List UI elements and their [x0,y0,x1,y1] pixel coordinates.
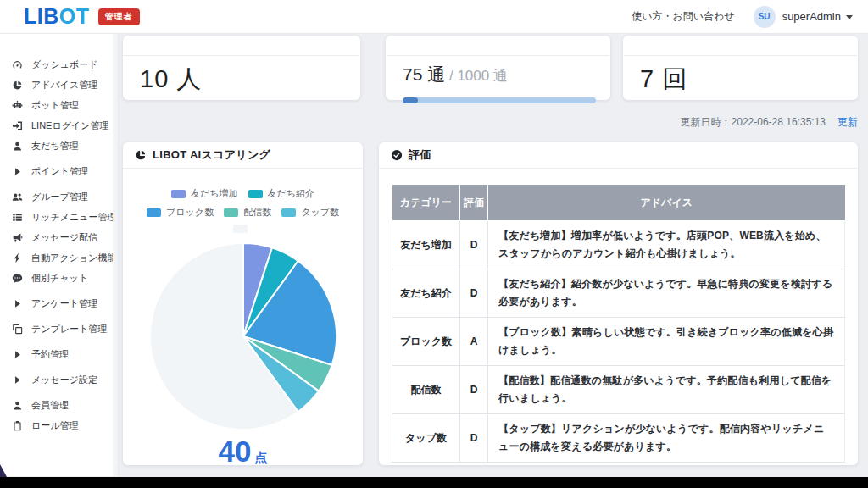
friends-stat-card: 10 人 [123,36,360,100]
messages-progress-bar [403,97,596,103]
cell-grade: D [460,221,488,269]
cell-category: 友だち紹介 [392,269,460,318]
sidebar-item-label: ボット管理 [31,99,79,112]
comment-icon [11,272,24,285]
logo-text-primary: LIB [24,4,59,28]
legend-item-5[interactable] [233,225,253,233]
sidebar-item-label: 予約管理 [31,348,69,361]
bottom-left-artifact [0,464,7,477]
messages-used: 75 通 [403,64,445,84]
sidebar-item-3[interactable]: LINEログイン管理 [0,115,118,136]
main-content: 10 人 75 通 / 1000 通 7 回 更新日時：2022-06-28 1… [119,34,868,476]
cell-advice: 【友だち増加】増加率が低いようです。店頭POP、WEB流入を始め、スタッフからの… [488,221,845,269]
sidebar-item-12[interactable]: テンプレート管理 [0,319,118,339]
user-icon [11,140,24,152]
help-contact-link[interactable]: 使い方・お問い合わせ [632,9,734,24]
sidebar-item-label: ロール管理 [31,419,79,432]
sidebar-item-8[interactable]: メッセージ配信 [0,227,118,247]
cell-advice: 【ブロック数】素晴らしい状態です。引き続きブロック率の低減を心掛けましょう。 [488,318,845,366]
sidebar-item-13[interactable]: 予約管理 [0,344,118,364]
card-header-cutoff [624,36,857,56]
legend-label: 友だち紹介 [268,187,315,200]
libot-logo[interactable]: LIBOT [24,4,90,29]
legend-swatch [171,190,186,198]
chevron-down-icon[interactable] [846,15,853,19]
sidebar-item-label: 自動アクション機能 [31,252,116,264]
cell-advice: 【タップ数】リアクションが少ないようです。配信内容やリッチメニューの構成を変える… [488,414,845,463]
cell-grade: D [460,366,488,414]
sidebar-item-10[interactable]: 個別チャット [0,268,118,288]
legend-item-4[interactable]: タップ数 [281,206,339,219]
table-row-3: 配信数D【配信数】配信通数の無駄が多いようです。予約配信も利用して配信を行いまし… [392,366,845,414]
admin-badge: 管理者 [98,8,140,25]
cell-category: ブロック数 [392,318,460,366]
user-avatar[interactable]: SU [754,6,776,28]
cell-category: タップ数 [392,414,460,463]
card-header-cutoff [124,36,359,56]
sidebar-item-7[interactable]: リッチメニュー管理 [0,207,118,227]
friends-count: 10 人 [140,65,202,92]
gauge-icon [11,58,24,71]
messages-total: / 1000 通 [445,68,508,84]
messages-stat-card: 75 通 / 1000 通 [386,36,610,100]
logo-text-secondary: OT [59,4,90,28]
scoring-card-title: LIBOT AIスコアリング [153,147,270,163]
chart-pie-icon [135,149,147,161]
chart-pie-icon [11,79,24,92]
list-icon [11,211,24,224]
count-value: 7 回 [640,65,687,92]
table-row-1: 友だち紹介D【友だち紹介】紹介数が少ないようです。早急に特典の変更を検討する必要… [392,269,845,318]
sidebar-item-5[interactable]: ポイント管理 [0,161,118,181]
legend-swatch [233,225,248,233]
sidebar-item-14[interactable]: メッセージ設定 [0,369,118,390]
last-updated-timestamp: 更新日時：2022-06-28 16:35:13 [681,115,826,130]
sign-in-icon [11,119,24,132]
messages-progress-fill [403,97,418,103]
sidebar-item-4[interactable]: 友だち管理 [0,136,118,156]
sidebar-item-9[interactable]: 自動アクション機能 [0,247,118,268]
username: superAdmin [782,10,841,23]
sidebar-item-label: 個別チャット [31,272,88,285]
sidebar-item-2[interactable]: ボット管理 [0,95,118,115]
sidebar-item-16[interactable]: ロール管理 [0,415,118,435]
cell-grade: D [460,414,488,463]
sidebar-item-label: テンプレート管理 [31,323,107,336]
sidebar-item-label: リッチメニュー管理 [31,211,117,224]
sidebar-item-label: ダッシュボード [31,58,98,71]
bottom-bar [0,477,868,488]
sidebar-scrollbar[interactable] [113,34,118,476]
sidebar-item-label: 友だち管理 [31,140,79,152]
legend-swatch [281,208,296,217]
app-header: LIBOT 管理者 使い方・お問い合わせ SU superAdmin [0,0,868,34]
cell-category: 配信数 [392,366,460,414]
sidebar-item-15[interactable]: 会員管理 [0,395,118,415]
col-header-category: カテゴリー [392,185,460,221]
bullhorn-icon [11,231,24,244]
sidebar-item-label: アドバイス管理 [31,79,97,92]
sidebar-item-1[interactable]: アドバイス管理 [0,75,118,95]
score-value: 40 [219,435,252,469]
legend-item-3[interactable]: 配信数 [224,206,271,219]
legend-item-0[interactable]: 友だち増加 [171,187,238,200]
users-icon [11,191,24,203]
evaluation-table: カテゴリー 評価 アドバイス 友だち増加D【友だち増加】増加率が低いようです。店… [392,184,845,463]
sidebar-nav: ダッシュボードアドバイス管理ボット管理LINEログイン管理友だち管理ポイント管理… [0,34,119,476]
sidebar-item-6[interactable]: グループ管理 [0,186,118,207]
legend-swatch [147,208,161,217]
legend-item-2[interactable]: ブロック数 [147,206,214,219]
cell-advice: 【配信数】配信通数の無駄が多いようです。予約配信も利用して配信を行いましょう。 [488,366,845,414]
legend-swatch [248,190,263,198]
cell-advice: 【友だち紹介】紹介数が少ないようです。早急に特典の変更を検討する必要があります。 [488,269,845,318]
legend-item-1[interactable]: 友だち紹介 [248,187,315,200]
bolt-icon [11,252,24,264]
cell-category: 友だち増加 [392,221,460,269]
sidebar-item-0[interactable]: ダッシュボード [0,54,118,75]
legend-label: 配信数 [243,206,271,219]
refresh-link[interactable]: 更新 [837,115,858,130]
cell-grade: A [460,318,488,366]
ai-scoring-card: LIBOT AIスコアリング 友だち増加友だち紹介ブロック数配信数タップ数 40… [123,142,363,465]
score-pie-chart [147,240,340,433]
sidebar-item-11[interactable]: アンケート管理 [0,293,118,313]
caret-right-icon [11,348,24,361]
sidebar-item-label: LINEログイン管理 [31,119,109,132]
